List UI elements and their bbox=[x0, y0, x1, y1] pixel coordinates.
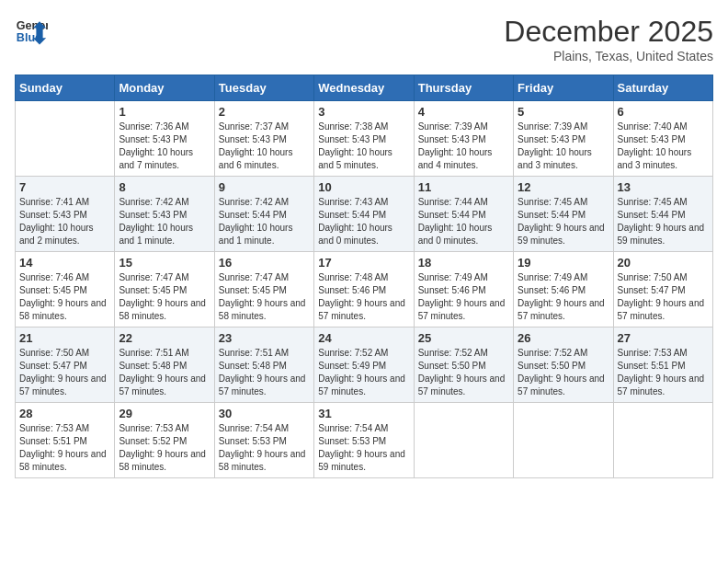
day-number: 15 bbox=[119, 256, 210, 270]
calendar-cell bbox=[514, 403, 613, 478]
cell-info: Sunrise: 7:37 AMSunset: 5:43 PMDaylight:… bbox=[219, 121, 310, 172]
cell-info: Sunrise: 7:46 AMSunset: 5:45 PMDaylight:… bbox=[19, 271, 110, 323]
cell-info: Sunrise: 7:51 AMSunset: 5:48 PMDaylight:… bbox=[219, 347, 310, 398]
day-number: 22 bbox=[119, 331, 210, 345]
calendar-week-5: 28Sunrise: 7:53 AMSunset: 5:51 PMDayligh… bbox=[16, 403, 713, 478]
calendar-week-3: 14Sunrise: 7:46 AMSunset: 5:45 PMDayligh… bbox=[16, 252, 713, 327]
calendar-cell: 19Sunrise: 7:49 AMSunset: 5:46 PMDayligh… bbox=[514, 252, 613, 327]
calendar-cell: 20Sunrise: 7:50 AMSunset: 5:47 PMDayligh… bbox=[613, 252, 712, 327]
cell-info: Sunrise: 7:54 AMSunset: 5:53 PMDaylight:… bbox=[318, 422, 409, 474]
calendar-cell: 4Sunrise: 7:39 AMSunset: 5:43 PMDaylight… bbox=[414, 101, 513, 177]
cell-info: Sunrise: 7:36 AMSunset: 5:43 PMDaylight:… bbox=[119, 121, 210, 172]
day-number: 20 bbox=[618, 256, 709, 270]
calendar-cell: 16Sunrise: 7:47 AMSunset: 5:45 PMDayligh… bbox=[214, 252, 313, 327]
calendar-cell: 30Sunrise: 7:54 AMSunset: 5:53 PMDayligh… bbox=[214, 403, 313, 478]
calendar-cell bbox=[16, 101, 115, 177]
month-title: December 2025 bbox=[504, 15, 713, 49]
calendar-cell: 25Sunrise: 7:52 AMSunset: 5:50 PMDayligh… bbox=[414, 327, 513, 403]
day-header-friday: Friday bbox=[514, 75, 613, 101]
day-number: 14 bbox=[19, 256, 110, 270]
day-number: 3 bbox=[318, 105, 409, 119]
calendar-cell: 3Sunrise: 7:38 AMSunset: 5:43 PMDaylight… bbox=[314, 101, 414, 177]
logo-icon: General Blue bbox=[15, 15, 48, 48]
cell-info: Sunrise: 7:52 AMSunset: 5:50 PMDaylight:… bbox=[518, 347, 609, 398]
calendar-cell: 8Sunrise: 7:42 AMSunset: 5:43 PMDaylight… bbox=[115, 177, 214, 252]
calendar-week-4: 21Sunrise: 7:50 AMSunset: 5:47 PMDayligh… bbox=[16, 327, 713, 403]
day-number: 1 bbox=[119, 105, 210, 119]
cell-info: Sunrise: 7:47 AMSunset: 5:45 PMDaylight:… bbox=[219, 271, 310, 323]
cell-info: Sunrise: 7:48 AMSunset: 5:46 PMDaylight:… bbox=[318, 271, 409, 323]
cell-info: Sunrise: 7:38 AMSunset: 5:43 PMDaylight:… bbox=[318, 121, 409, 172]
cell-info: Sunrise: 7:43 AMSunset: 5:44 PMDaylight:… bbox=[318, 196, 409, 247]
location-subtitle: Plains, Texas, United States bbox=[504, 49, 713, 63]
day-number: 30 bbox=[219, 407, 310, 420]
calendar-cell: 2Sunrise: 7:37 AMSunset: 5:43 PMDaylight… bbox=[214, 101, 313, 177]
calendar-cell: 21Sunrise: 7:50 AMSunset: 5:47 PMDayligh… bbox=[16, 327, 115, 403]
day-number: 6 bbox=[618, 105, 709, 119]
cell-info: Sunrise: 7:39 AMSunset: 5:43 PMDaylight:… bbox=[418, 121, 509, 172]
cell-info: Sunrise: 7:42 AMSunset: 5:43 PMDaylight:… bbox=[119, 196, 210, 247]
cell-info: Sunrise: 7:49 AMSunset: 5:46 PMDaylight:… bbox=[518, 271, 609, 323]
day-header-monday: Monday bbox=[115, 75, 214, 101]
day-number: 23 bbox=[219, 331, 310, 345]
day-number: 9 bbox=[219, 180, 310, 194]
calendar-week-2: 7Sunrise: 7:41 AMSunset: 5:43 PMDaylight… bbox=[16, 177, 713, 252]
calendar-cell: 28Sunrise: 7:53 AMSunset: 5:51 PMDayligh… bbox=[16, 403, 115, 478]
day-number: 27 bbox=[618, 331, 709, 345]
day-number: 4 bbox=[418, 105, 509, 119]
day-number: 13 bbox=[618, 180, 709, 194]
calendar-cell: 14Sunrise: 7:46 AMSunset: 5:45 PMDayligh… bbox=[16, 252, 115, 327]
cell-info: Sunrise: 7:47 AMSunset: 5:45 PMDaylight:… bbox=[119, 271, 210, 323]
calendar-cell: 11Sunrise: 7:44 AMSunset: 5:44 PMDayligh… bbox=[414, 177, 513, 252]
day-number: 16 bbox=[219, 256, 310, 270]
calendar-cell: 6Sunrise: 7:40 AMSunset: 5:43 PMDaylight… bbox=[613, 101, 712, 177]
calendar-cell: 9Sunrise: 7:42 AMSunset: 5:44 PMDaylight… bbox=[214, 177, 313, 252]
calendar-cell: 1Sunrise: 7:36 AMSunset: 5:43 PMDaylight… bbox=[115, 101, 214, 177]
cell-info: Sunrise: 7:51 AMSunset: 5:48 PMDaylight:… bbox=[119, 347, 210, 398]
cell-info: Sunrise: 7:44 AMSunset: 5:44 PMDaylight:… bbox=[418, 196, 509, 247]
calendar-cell bbox=[414, 403, 513, 478]
cell-info: Sunrise: 7:41 AMSunset: 5:43 PMDaylight:… bbox=[19, 196, 110, 247]
day-number: 29 bbox=[119, 407, 210, 420]
day-number: 28 bbox=[19, 407, 110, 420]
day-number: 8 bbox=[119, 180, 210, 194]
calendar-cell: 22Sunrise: 7:51 AMSunset: 5:48 PMDayligh… bbox=[115, 327, 214, 403]
cell-info: Sunrise: 7:50 AMSunset: 5:47 PMDaylight:… bbox=[19, 347, 110, 398]
title-area: December 2025 Plains, Texas, United Stat… bbox=[504, 15, 713, 63]
day-number: 21 bbox=[19, 331, 110, 345]
calendar-cell: 13Sunrise: 7:45 AMSunset: 5:44 PMDayligh… bbox=[613, 177, 712, 252]
header: General Blue December 2025 Plains, Texas… bbox=[15, 15, 713, 63]
day-number: 11 bbox=[418, 180, 509, 194]
cell-info: Sunrise: 7:39 AMSunset: 5:43 PMDaylight:… bbox=[518, 121, 609, 172]
calendar-cell: 12Sunrise: 7:45 AMSunset: 5:44 PMDayligh… bbox=[514, 177, 613, 252]
day-number: 25 bbox=[418, 331, 509, 345]
day-number: 10 bbox=[318, 180, 409, 194]
calendar-cell: 17Sunrise: 7:48 AMSunset: 5:46 PMDayligh… bbox=[314, 252, 414, 327]
day-header-wednesday: Wednesday bbox=[314, 75, 414, 101]
day-number: 19 bbox=[518, 256, 609, 270]
calendar-header-row: SundayMondayTuesdayWednesdayThursdayFrid… bbox=[16, 75, 713, 101]
calendar-cell: 15Sunrise: 7:47 AMSunset: 5:45 PMDayligh… bbox=[115, 252, 214, 327]
calendar-cell: 5Sunrise: 7:39 AMSunset: 5:43 PMDaylight… bbox=[514, 101, 613, 177]
cell-info: Sunrise: 7:45 AMSunset: 5:44 PMDaylight:… bbox=[618, 196, 709, 247]
day-number: 24 bbox=[318, 331, 409, 345]
calendar-cell: 18Sunrise: 7:49 AMSunset: 5:46 PMDayligh… bbox=[414, 252, 513, 327]
cell-info: Sunrise: 7:53 AMSunset: 5:51 PMDaylight:… bbox=[618, 347, 709, 398]
day-number: 5 bbox=[518, 105, 609, 119]
day-header-thursday: Thursday bbox=[414, 75, 513, 101]
calendar-cell: 24Sunrise: 7:52 AMSunset: 5:49 PMDayligh… bbox=[314, 327, 414, 403]
day-number: 18 bbox=[418, 256, 509, 270]
calendar-cell: 31Sunrise: 7:54 AMSunset: 5:53 PMDayligh… bbox=[314, 403, 414, 478]
calendar-week-1: 1Sunrise: 7:36 AMSunset: 5:43 PMDaylight… bbox=[16, 101, 713, 177]
day-number: 2 bbox=[219, 105, 310, 119]
calendar-cell: 29Sunrise: 7:53 AMSunset: 5:52 PMDayligh… bbox=[115, 403, 214, 478]
calendar-cell: 10Sunrise: 7:43 AMSunset: 5:44 PMDayligh… bbox=[314, 177, 414, 252]
day-header-sunday: Sunday bbox=[16, 75, 115, 101]
cell-info: Sunrise: 7:53 AMSunset: 5:52 PMDaylight:… bbox=[119, 422, 210, 474]
day-number: 7 bbox=[19, 180, 110, 194]
day-number: 12 bbox=[518, 180, 609, 194]
calendar-cell bbox=[613, 403, 712, 478]
calendar-cell: 7Sunrise: 7:41 AMSunset: 5:43 PMDaylight… bbox=[16, 177, 115, 252]
calendar-table: SundayMondayTuesdayWednesdayThursdayFrid… bbox=[15, 75, 713, 478]
day-number: 31 bbox=[318, 407, 409, 420]
